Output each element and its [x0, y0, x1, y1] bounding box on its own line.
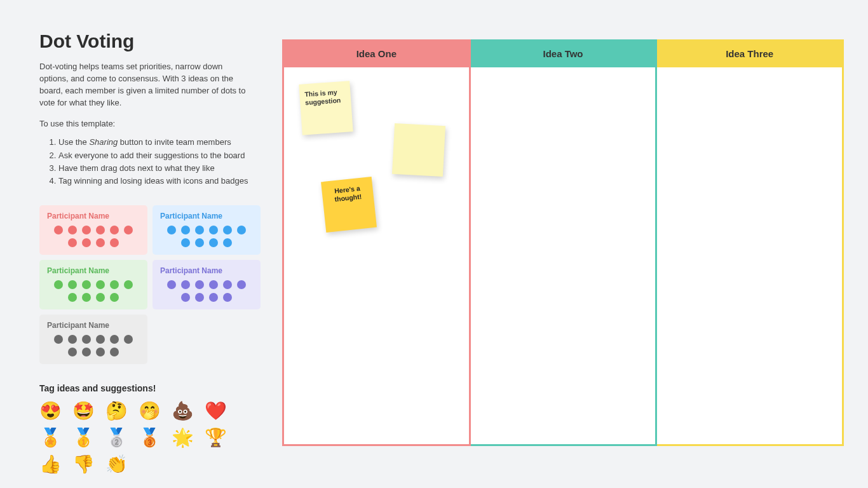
idea-column[interactable]: Idea OneThis is my suggestionHere's a th… — [282, 39, 471, 446]
vote-dot[interactable] — [195, 280, 204, 289]
emoji-sticker[interactable]: 😍 — [39, 402, 67, 420]
vote-dot[interactable] — [68, 226, 77, 234]
vote-dot[interactable] — [96, 226, 105, 234]
emoji-sticker[interactable]: 💩 — [172, 402, 200, 420]
vote-dot[interactable] — [110, 335, 119, 344]
voting-board: Idea OneThis is my suggestionHere's a th… — [282, 39, 844, 446]
vote-dot[interactable] — [82, 348, 91, 356]
vote-dot[interactable] — [181, 238, 190, 247]
idea-column[interactable]: Idea Three — [657, 39, 844, 446]
sticky-note[interactable] — [392, 123, 445, 177]
dot-row — [160, 226, 253, 247]
vote-dot[interactable] — [237, 226, 246, 234]
emoji-sticker[interactable]: 🥉 — [139, 429, 166, 447]
vote-dot[interactable] — [68, 293, 77, 302]
vote-dot[interactable] — [195, 226, 204, 234]
emoji-sticker[interactable]: 🤔 — [105, 402, 133, 420]
vote-dot[interactable] — [167, 280, 176, 289]
instructions-panel: Dot Voting Dot-voting helps teams set pr… — [39, 30, 268, 473]
emoji-sticker[interactable]: 👍 — [39, 456, 67, 473]
column-body[interactable]: This is my suggestionHere's a thought! — [284, 67, 469, 444]
vote-dot[interactable] — [68, 335, 77, 344]
vote-dot[interactable] — [54, 280, 63, 289]
vote-dot[interactable] — [110, 348, 119, 356]
vote-dot[interactable] — [54, 226, 63, 234]
vote-dot[interactable] — [223, 226, 232, 234]
participant-card[interactable]: Participant Name — [153, 205, 261, 255]
dot-row — [47, 226, 140, 247]
emoji-sticker[interactable]: ❤️ — [205, 402, 233, 420]
vote-dot[interactable] — [54, 335, 63, 344]
step-item: Tag winning and losing ideas with icons … — [58, 175, 268, 187]
vote-dot[interactable] — [181, 293, 190, 302]
column-body[interactable] — [657, 67, 842, 444]
vote-dot[interactable] — [68, 280, 77, 289]
howto-lead: To use this template: — [39, 119, 268, 128]
vote-dot[interactable] — [110, 293, 119, 302]
vote-dot[interactable] — [82, 226, 91, 234]
vote-dot[interactable] — [223, 280, 232, 289]
emoji-sticker[interactable]: 👏 — [105, 456, 133, 473]
vote-dot[interactable] — [124, 226, 133, 234]
vote-dot[interactable] — [195, 238, 204, 247]
vote-dot[interactable] — [124, 280, 133, 289]
participant-card[interactable]: Participant Name — [39, 205, 147, 255]
vote-dot[interactable] — [96, 335, 105, 344]
vote-dot[interactable] — [110, 238, 119, 247]
vote-dot[interactable] — [223, 293, 232, 302]
participants-grid: Participant NameParticipant NameParticip… — [39, 205, 268, 364]
vote-dot[interactable] — [181, 226, 190, 234]
step-item: Use the Sharing button to invite team me… — [58, 136, 268, 149]
vote-dot[interactable] — [96, 238, 105, 247]
vote-dot[interactable] — [82, 293, 91, 302]
vote-dot[interactable] — [82, 280, 91, 289]
participant-name: Participant Name — [160, 212, 253, 220]
vote-dot[interactable] — [124, 335, 133, 344]
vote-dot[interactable] — [209, 238, 218, 247]
sticky-note-text: This is my suggestion — [304, 88, 346, 107]
emoji-sticker[interactable]: 🤭 — [139, 402, 166, 420]
vote-dot[interactable] — [68, 348, 77, 356]
emoji-sticker[interactable]: 🥈 — [105, 429, 133, 447]
emoji-sticker[interactable]: 👎 — [72, 456, 100, 473]
vote-dot[interactable] — [82, 238, 91, 247]
vote-dot[interactable] — [195, 293, 204, 302]
participant-name: Participant Name — [47, 321, 140, 330]
sticky-note[interactable]: This is my suggestion — [299, 81, 353, 135]
emoji-sticker[interactable]: 🌟 — [172, 429, 200, 447]
vote-dot[interactable] — [110, 226, 119, 234]
participant-card[interactable]: Participant Name — [39, 315, 147, 364]
step-item: Ask everyone to add their suggestions to… — [58, 149, 268, 162]
vote-dot[interactable] — [209, 293, 218, 302]
participant-card[interactable]: Participant Name — [153, 260, 261, 309]
vote-dot[interactable] — [181, 280, 190, 289]
dot-row — [47, 335, 140, 356]
vote-dot[interactable] — [110, 280, 119, 289]
column-header: Idea Two — [471, 39, 656, 67]
howto-steps: Use the Sharing button to invite team me… — [39, 136, 268, 187]
vote-dot[interactable] — [237, 280, 246, 289]
tag-heading: Tag ideas and suggestions! — [39, 383, 268, 393]
vote-dot[interactable] — [223, 238, 232, 247]
vote-dot[interactable] — [68, 238, 77, 247]
participant-name: Participant Name — [160, 266, 253, 275]
column-body[interactable] — [471, 67, 656, 444]
vote-dot[interactable] — [82, 335, 91, 344]
vote-dot[interactable] — [96, 348, 105, 356]
participant-card[interactable]: Participant Name — [39, 260, 147, 309]
vote-dot[interactable] — [96, 280, 105, 289]
sticky-note-text — [400, 130, 440, 132]
vote-dot[interactable] — [167, 226, 176, 234]
idea-column[interactable]: Idea Two — [471, 39, 658, 446]
step-item: Have them drag dots next to what they li… — [58, 162, 268, 175]
emoji-sticker[interactable]: 🏆 — [205, 429, 233, 447]
column-header: Idea Three — [657, 39, 842, 67]
emoji-sticker[interactable]: 🏅 — [39, 429, 67, 447]
emoji-sticker[interactable]: 🤩 — [72, 402, 100, 420]
vote-dot[interactable] — [209, 226, 218, 234]
vote-dot[interactable] — [96, 293, 105, 302]
sticky-note[interactable]: Here's a thought! — [321, 177, 377, 233]
emoji-sticker[interactable]: 🥇 — [72, 429, 100, 447]
column-header: Idea One — [284, 39, 469, 67]
vote-dot[interactable] — [209, 280, 218, 289]
